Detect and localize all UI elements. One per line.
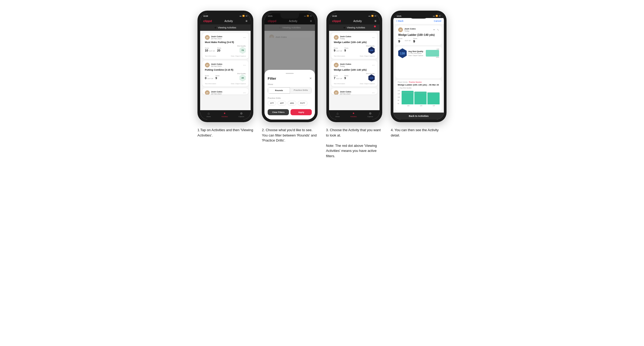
- nav-home-1[interactable]: ⌂ Home: [207, 112, 211, 117]
- clippd-logo-3: clippd: [332, 19, 341, 23]
- signal-icon: ▪▪▪: [239, 15, 241, 17]
- shots-group-s3-2: Shots 9: [344, 75, 348, 80]
- signal-icon-3: ▪▪▪: [368, 15, 370, 17]
- phone-3-time: 13:20: [332, 15, 337, 17]
- screen3-card-1[interactable]: JC Josh Coles Today ··· Wedge Ladder (10…: [331, 33, 377, 59]
- back-button[interactable]: < Back: [396, 20, 403, 22]
- step-4-column: 13:21 ▪▪▪ 🛜 ▭ < Back Cancel: [390, 11, 447, 138]
- menu-icon-1[interactable]: ≡: [246, 19, 247, 23]
- apply-filters-button[interactable]: Apply: [291, 109, 312, 115]
- card-3-header-partial: JC Josh Coles 28 Feb 2023 ···: [205, 90, 246, 95]
- home-label-1: Home: [207, 116, 211, 117]
- phone-1-viewing-banner[interactable]: ⚙ Viewing Activities: [200, 24, 251, 31]
- step-4-description: 4. You can then see the Activity detail.: [391, 127, 447, 138]
- user-name-2: Josh Coles: [211, 63, 222, 65]
- nav-capture-1[interactable]: ⊕ Capture: [238, 112, 244, 117]
- screen3-card-2[interactable]: JC Josh Coles Today ··· Wedge Ladder (10…: [331, 61, 377, 87]
- card-1-data-source: Data: Clippd Capture: [231, 55, 246, 57]
- capture-icon-1: ⊕: [240, 112, 243, 115]
- cancel-button[interactable]: Cancel: [434, 20, 441, 22]
- filter-practice-btn[interactable]: Practice Drills: [290, 87, 312, 93]
- phone-4: 13:21 ▪▪▪ 🛜 ▭ < Back Cancel: [391, 11, 447, 122]
- phone-3-content: JC Josh Coles Today ··· Wedge Ladder (10…: [329, 31, 380, 110]
- sq-badge-s3-2: 118: [368, 74, 375, 82]
- activity-card-3-partial[interactable]: JC Josh Coles 28 Feb 2023 ···: [202, 88, 249, 95]
- clear-filters-button[interactable]: Clear Filters: [268, 109, 289, 115]
- battery-icon-3: ▭: [374, 15, 376, 17]
- dots-menu-s3-2[interactable]: ···: [372, 63, 375, 67]
- filter-title: Filter: [268, 76, 276, 80]
- filter-icon-1: ⚙: [214, 27, 216, 29]
- nav-activities-3[interactable]: ✦ Activities: [350, 112, 357, 117]
- phone-3-status-icons: ▪▪▪ 🛜 ▭: [368, 15, 376, 17]
- wifi-icon-4: 🛜: [436, 15, 438, 17]
- score-value-s3-1: 9 OUT OF: [334, 49, 342, 52]
- step-3-description: 3. Choose the Activity that you want to …: [326, 127, 383, 159]
- clippd-logo-1: clippd: [203, 19, 212, 23]
- expand-icon-detail[interactable]: ⤡: [437, 28, 439, 31]
- filter-pill-app[interactable]: APP: [277, 101, 286, 105]
- avatar-s3-1: JC: [334, 35, 339, 40]
- avg-sq-chart-mini: 130 APP: [426, 48, 439, 58]
- filter-rounds-btn[interactable]: Rounds: [268, 87, 290, 93]
- card-2-user: JC Josh Coles 28 Feb 2023: [205, 63, 222, 67]
- user-info-1: Josh Coles 28 Feb 2023: [211, 35, 222, 40]
- nav-home-3[interactable]: ⌂ Home: [335, 112, 340, 117]
- filter-sheet: Filter ✕ Show Rounds Practice Drills Pra…: [264, 70, 315, 119]
- phone-1-screen: 13:20 ▪▪▪ 🛜 ▭ clippd Activity ≡ ⚙ Vie: [200, 13, 251, 119]
- card-1-footer: Test Information Data: Clippd Capture: [205, 55, 246, 57]
- practice-session-label: Practice Session: [409, 81, 422, 83]
- screen3-card-3-partial[interactable]: JC Josh Coles 28 Feb 2023 ···: [331, 88, 377, 95]
- shots-value-2: 9: [216, 76, 220, 80]
- avatar-s3-2: JC: [334, 63, 339, 67]
- phone-1-notch: [216, 13, 235, 19]
- score-group-s3-1: Score 9 OUT OF: [334, 47, 342, 52]
- sq-badge-s3-1: 130: [368, 47, 375, 54]
- dots-menu-3[interactable]: ···: [243, 91, 246, 95]
- dots-menu-1[interactable]: ···: [243, 36, 246, 39]
- filter-pill-ott[interactable]: OTT: [268, 101, 276, 105]
- shots-group-2: Shots 9: [216, 75, 220, 80]
- step-2-column: 13:21 ▪▪▪ 🛜 ▭ clippd Activity ≡ ⚙ Vie: [262, 11, 318, 143]
- phone-2: 13:21 ▪▪▪ 🛜 ▭ clippd Activity ≡ ⚙ Vie: [262, 11, 318, 122]
- phone-3-viewing-banner[interactable]: ⚙ Viewing Activities: [329, 24, 380, 31]
- filter-handle: [286, 73, 294, 74]
- filter-pill-putt[interactable]: PUTT: [298, 101, 307, 105]
- edit-icon-detail[interactable]: ✏: [433, 28, 435, 31]
- dots-menu-s3-3[interactable]: ···: [372, 91, 375, 95]
- avg-sq-data-capture: Data: Clippd Capture: [408, 55, 423, 56]
- phone-4-time: 13:21: [397, 15, 401, 17]
- menu-icon-3[interactable]: ≡: [374, 19, 376, 23]
- back-to-activities-button[interactable]: Back to Activities: [393, 113, 444, 119]
- dots-menu-2[interactable]: ···: [243, 63, 246, 67]
- phone-3-viewing-text: Viewing Activities: [347, 26, 365, 29]
- activities-icon-3: ✦: [352, 112, 355, 115]
- avg-sq-sublabel: ⓘ Test Information: [408, 52, 423, 55]
- activities-icon-1: ✦: [223, 112, 226, 115]
- detail-actions: ✏ ⤡: [433, 28, 439, 31]
- step-2-description: 2. Choose what you'd like to see. You ca…: [262, 127, 318, 143]
- shots-value-s3-1: 9: [344, 49, 348, 52]
- filter-close-icon[interactable]: ✕: [309, 77, 312, 80]
- sq-badge-2: 45: [239, 74, 246, 82]
- nav-capture-3[interactable]: ⊕ Capture: [367, 112, 373, 117]
- score-group-s3-2: Score 7 OUT OF: [334, 75, 342, 80]
- filter-pill-arg[interactable]: ARG: [288, 101, 297, 105]
- user-name-s3-1: Josh Coles: [340, 35, 351, 38]
- activity-card-1[interactable]: JC Josh Coles 28 Feb 2023 ··· Must Make …: [202, 33, 249, 59]
- home-icon-3: ⌂: [336, 112, 338, 115]
- screen3-card-1-stats: Score 9 OUT OF Shots 9: [334, 45, 375, 54]
- nav-activities-1[interactable]: ✦ Activities: [221, 112, 228, 117]
- detail-user-date: Today: [404, 30, 416, 32]
- phone-3-bottom-nav: ⌂ Home ✦ Activities ⊕ Capture: [329, 110, 380, 119]
- avatar-3: JC: [205, 90, 210, 95]
- phone-2-notch: [280, 13, 299, 19]
- card-2-footer: Test Information Data: Clippd Capture: [205, 83, 246, 84]
- filter-header: Filter ✕: [268, 76, 312, 80]
- phone-1-viewing-text: Viewing Activities: [218, 26, 236, 29]
- activity-card-2[interactable]: JC Josh Coles 28 Feb 2023 ··· Putting Co…: [202, 61, 249, 87]
- dots-menu-s3-1[interactable]: ···: [372, 36, 375, 39]
- user-name-3: Josh Coles: [211, 91, 222, 93]
- capture-icon-3: ⊕: [369, 112, 372, 115]
- phone-1-bottom-nav: ⌂ Home ✦ Activities ⊕ Capture: [200, 110, 251, 119]
